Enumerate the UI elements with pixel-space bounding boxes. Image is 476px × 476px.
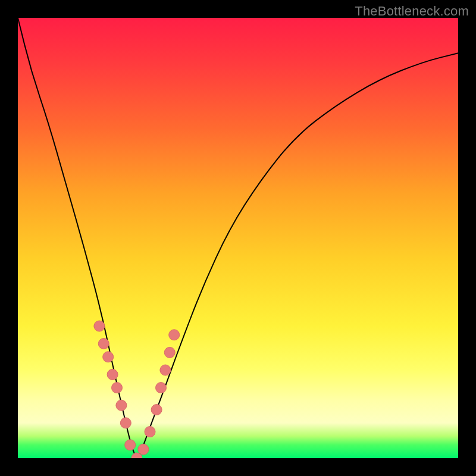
highlight-point	[131, 453, 142, 458]
highlight-point	[151, 405, 162, 415]
highlight-point	[98, 339, 109, 349]
highlight-point	[94, 321, 105, 331]
highlight-points-group	[94, 321, 180, 458]
highlight-point	[120, 418, 131, 428]
watermark-text: TheBottleneck.com	[355, 4, 469, 19]
highlight-point	[125, 440, 136, 450]
chart-frame: TheBottleneck.com	[0, 0, 476, 476]
curve-svg	[18, 18, 458, 458]
highlight-point	[112, 383, 123, 393]
highlight-point	[160, 365, 171, 375]
highlight-point	[164, 347, 175, 358]
highlight-point	[138, 444, 149, 455]
bottleneck-curve	[18, 18, 458, 457]
highlight-point	[116, 400, 127, 411]
highlight-point	[103, 352, 114, 362]
plot-area	[18, 18, 458, 458]
highlight-point	[156, 383, 167, 393]
highlight-point	[107, 369, 118, 380]
highlight-point	[169, 330, 180, 340]
highlight-point	[145, 427, 155, 437]
